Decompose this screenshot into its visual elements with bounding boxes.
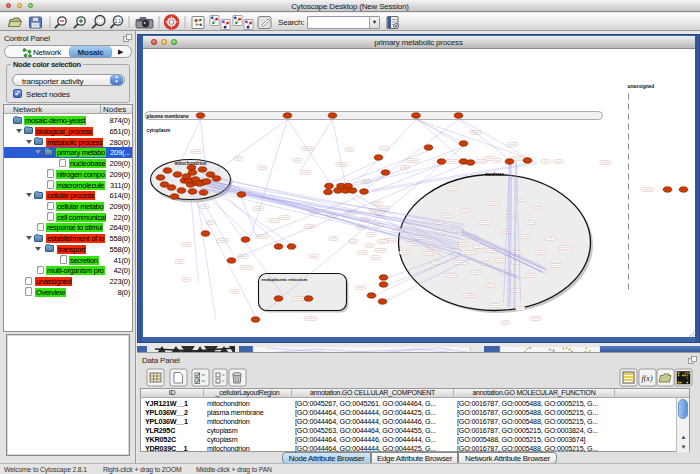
svg-text:endoplasmic reticulum: endoplasmic reticulum	[261, 276, 307, 281]
svg-text:unassigned: unassigned	[627, 83, 654, 88]
svg-text:nucleus: nucleus	[485, 170, 504, 176]
svg-text:1:1: 1:1	[115, 19, 122, 24]
svg-text:cytoplasm: cytoplasm	[146, 127, 170, 132]
svg-text:plasma membrane: plasma membrane	[146, 113, 188, 118]
svg-text:f(x): f(x)	[641, 374, 652, 383]
